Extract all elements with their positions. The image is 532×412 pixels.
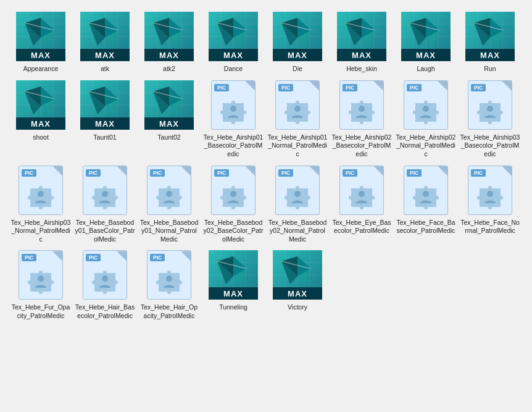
file-item-tex3[interactable]: PICTex_Hebe_Airship02_Basecolor_PatrolMe… <box>331 78 393 159</box>
file-item-tex14[interactable]: PICTex_Hebe_Fur_Opacity_PatrolMedic <box>10 248 72 320</box>
file-label-laugh: Laugh <box>417 65 434 74</box>
svg-text:MAX: MAX <box>480 51 500 60</box>
file-label-taunt02: Taunt02 <box>157 133 180 142</box>
file-label-tex16: Tex_Hebe_Hair_Opacity_PatrolMedic <box>139 303 199 320</box>
icon-wrapper-tex15: PIC <box>78 248 131 301</box>
icon-wrapper-tex7: PIC <box>78 164 131 217</box>
svg-text:MAX: MAX <box>416 51 436 60</box>
svg-text:MAX: MAX <box>223 51 243 60</box>
file-item-tex4[interactable]: PICTex_Hebe_Airship02_Normal_PatrolMedic <box>395 78 457 159</box>
file-item-atk2[interactable]: MAXatk2 <box>138 10 200 74</box>
icon-wrapper-atk2: MAX <box>143 10 196 63</box>
file-label-tex1: Tex_Hebe_Airship01_Basecolor_PatrolMedic <box>203 133 264 159</box>
svg-point-210 <box>487 191 493 197</box>
icon-wrapper-tex5: PIC <box>463 78 517 132</box>
icon-wrapper-laugh: MAX <box>399 10 452 63</box>
file-item-tex7[interactable]: PICTex_Hebe_Basebody01_BaseColor_PatrolM… <box>74 164 136 244</box>
file-label-tex2: Tex_Hebe_Airship01_Normal_PatrolMedic <box>267 133 328 159</box>
icon-wrapper-hebe_skin: MAX <box>335 10 388 63</box>
icon-wrapper-tex14: PIC <box>14 248 67 301</box>
svg-text:MAX: MAX <box>31 119 51 128</box>
icon-wrapper-tex10: PIC <box>271 164 324 217</box>
file-label-tex7: Tex_Hebe_Basebody01_BaseColor_PatrolMedi… <box>75 219 135 244</box>
svg-point-206 <box>230 191 236 197</box>
file-item-tex12[interactable]: PICTex_Hebe_Face_Basecolor_PatrolMedic <box>395 164 457 244</box>
svg-point-203 <box>38 191 44 197</box>
file-item-laugh[interactable]: MAXLaugh <box>395 10 457 74</box>
icon-wrapper-tex12: PIC <box>399 164 452 217</box>
svg-text:MAX: MAX <box>288 51 307 60</box>
file-item-tex6[interactable]: PICTex_Hebe_Airship03_Normal_PatrolMedic <box>10 164 72 244</box>
file-item-taunt01[interactable]: MAXTaunt01 <box>74 78 136 159</box>
icon-wrapper-dance: MAX <box>207 10 260 63</box>
file-label-tex3: Tex_Hebe_Airship02_Basecolor_PatrolMedic <box>331 133 392 159</box>
file-item-tex9[interactable]: PICTex_Hebe_Basebody02_BaseColor_PatrolM… <box>202 164 264 244</box>
svg-point-202 <box>487 106 493 112</box>
file-item-shoot[interactable]: MAXshoot <box>10 78 72 159</box>
svg-point-212 <box>102 275 108 282</box>
file-item-tex5[interactable]: PICTex_Hebe_Airship03_Basecolor_PatrolMe… <box>459 78 521 159</box>
svg-point-205 <box>166 191 172 197</box>
file-label-tex13: Tex_Hebe_Face_Normal_PatrolMedic <box>460 219 520 235</box>
file-item-tex11[interactable]: PICTex_Hebe_Eye_Basecolor_PatrolMedic <box>331 164 393 244</box>
file-grid: MAXAppearanceMAXatkMAXatk2MAXDanceMAXDie… <box>6 6 526 324</box>
file-item-tex10[interactable]: PICTex_Hebe_Basebody02_Normal_PatrolMedi… <box>267 164 328 244</box>
file-item-victory[interactable]: MAXVictory <box>267 248 328 320</box>
file-label-tex9: Tex_Hebe_Basebody02_BaseColor_PatrolMedi… <box>203 219 264 244</box>
file-item-dance[interactable]: MAXDance <box>202 10 264 74</box>
file-item-die[interactable]: MAXDie <box>267 10 328 74</box>
file-item-tex15[interactable]: PICTex_Hebe_Hair_Basecolor_PatrolMedic <box>74 248 136 320</box>
file-label-die: Die <box>293 65 302 74</box>
svg-point-200 <box>359 106 365 112</box>
icon-wrapper-tex8: PIC <box>143 164 196 217</box>
svg-point-207 <box>294 191 301 197</box>
svg-text:MAX: MAX <box>223 289 243 298</box>
icon-wrapper-tex9: PIC <box>207 164 260 217</box>
file-item-atk[interactable]: MAXatk <box>74 10 136 74</box>
file-label-tex4: Tex_Hebe_Airship02_Normal_PatrolMedic <box>396 133 456 159</box>
svg-point-201 <box>423 106 429 112</box>
icon-wrapper-tunneling: MAX <box>207 248 260 301</box>
file-item-appearance[interactable]: MAXAppearance <box>10 10 72 74</box>
file-item-tex16[interactable]: PICTex_Hebe_Hair_Opacity_PatrolMedic <box>138 248 200 320</box>
file-item-tex8[interactable]: PICTex_Hebe_Basebody01_Normal_PatrolMedi… <box>138 164 200 244</box>
icon-wrapper-tex6: PIC <box>14 164 67 217</box>
file-label-tex11: Tex_Hebe_Eye_Basecolor_PatrolMedic <box>331 219 392 235</box>
icon-wrapper-tex11: PIC <box>335 164 388 217</box>
svg-text:MAX: MAX <box>288 289 307 298</box>
icon-wrapper-tex4: PIC <box>399 78 452 132</box>
file-item-run[interactable]: MAXRun <box>459 10 521 74</box>
file-label-tex15: Tex_Hebe_Hair_Basecolor_PatrolMedic <box>75 303 135 320</box>
svg-text:MAX: MAX <box>95 51 115 60</box>
icon-wrapper-shoot: MAX <box>14 78 67 132</box>
icon-wrapper-victory: MAX <box>271 248 324 301</box>
icon-wrapper-run: MAX <box>463 10 517 63</box>
file-label-dance: Dance <box>224 65 243 74</box>
file-label-atk2: atk2 <box>163 65 175 74</box>
file-label-taunt01: Taunt01 <box>93 133 116 142</box>
file-label-shoot: shoot <box>33 133 49 142</box>
svg-point-213 <box>166 275 172 282</box>
svg-point-198 <box>230 106 236 112</box>
file-label-run: Run <box>484 65 496 74</box>
svg-text:MAX: MAX <box>159 51 179 60</box>
icon-wrapper-tex16: PIC <box>143 248 196 301</box>
file-item-taunt02[interactable]: MAXTaunt02 <box>138 78 200 159</box>
file-item-tunneling[interactable]: MAXTunneling <box>202 248 264 320</box>
svg-point-211 <box>38 275 44 282</box>
icon-wrapper-tex13: PIC <box>463 164 517 217</box>
file-item-tex13[interactable]: PICTex_Hebe_Face_Normal_PatrolMedic <box>459 164 521 244</box>
file-label-atk: atk <box>101 65 109 74</box>
icon-wrapper-appearance: MAX <box>14 10 67 63</box>
file-label-tex5: Tex_Hebe_Airship03_Basecolor_PatrolMedic <box>460 133 520 159</box>
icon-wrapper-taunt01: MAX <box>78 78 131 132</box>
svg-text:MAX: MAX <box>95 119 115 128</box>
svg-point-208 <box>359 191 365 197</box>
file-item-hebe_skin[interactable]: MAXHebe_skin <box>331 10 393 74</box>
file-label-tex10: Tex_Hebe_Basebody02_Normal_PatrolMedic <box>267 219 328 244</box>
file-item-tex2[interactable]: PICTex_Hebe_Airship01_Normal_PatrolMedic <box>267 78 328 159</box>
file-label-tunneling: Tunneling <box>219 303 247 312</box>
icon-wrapper-tex1: PIC <box>207 78 260 132</box>
file-label-tex8: Tex_Hebe_Basebody01_Normal_PatrolMedic <box>139 219 199 244</box>
file-item-tex1[interactable]: PICTex_Hebe_Airship01_Basecolor_PatrolMe… <box>202 78 264 159</box>
